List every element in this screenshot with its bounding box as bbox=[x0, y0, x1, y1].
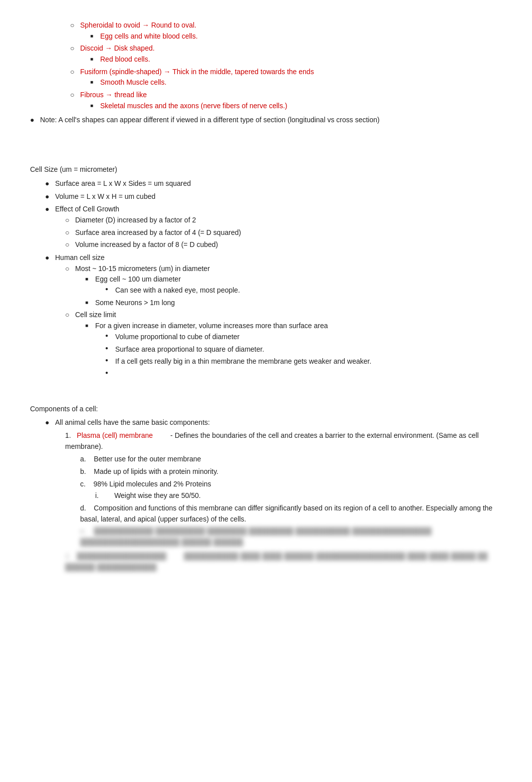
cell-size-surface-area: Surface area = L x W x Sides = um square… bbox=[45, 178, 502, 189]
alpha-e-text: ████████████ ██████████ ████████ ███████… bbox=[80, 527, 431, 546]
cell-size-neurons: Some Neurons > 1m long bbox=[85, 298, 502, 309]
components-all-animal: All animal cells have the same basic com… bbox=[45, 417, 502, 573]
shape-discoid-child-text: Red blood cells. bbox=[100, 55, 150, 63]
alpha-a-text: Better use for the outer membrane bbox=[94, 455, 201, 463]
spacer-1 bbox=[30, 134, 502, 149]
cell-size-egg: Egg cell ~ 100 um diameter Can see with … bbox=[85, 274, 502, 296]
cell-size-volume-factor: Volume increased by a factor of 8 (= D c… bbox=[65, 239, 502, 250]
numbered-num-1: 1. bbox=[65, 431, 75, 439]
shape-item-spheroidal: Spheroidal to ovoid → Round to oval. Egg… bbox=[70, 20, 502, 42]
cell-size-surface-square: Surface area proportional to square of d… bbox=[105, 344, 502, 355]
cell-size-title: Cell Size (um = micrometer) bbox=[30, 164, 502, 175]
plasma-membrane-label: Plasma (cell) membrane bbox=[77, 431, 153, 439]
cell-size-limit-diameter: For a given increase in diameter, volume… bbox=[85, 321, 502, 379]
cell-size-empty-bullet bbox=[105, 369, 502, 380]
cell-size-effect: Effect of Cell Growth Diameter (D) incre… bbox=[45, 204, 502, 250]
shape-fibrous-text: Fibrous → thread like bbox=[80, 91, 147, 99]
shape-discoid-text: Discoid → Disk shaped. bbox=[80, 44, 155, 52]
numbered-item-plasma: 1. Plasma (cell) membrane - Defines the … bbox=[65, 430, 502, 548]
section-cell-size: Cell Size (um = micrometer) Surface area… bbox=[30, 164, 502, 379]
alpha-d-text: Composition and functions of this membra… bbox=[80, 504, 492, 523]
cell-size-volume-cube: Volume proportional to cube of diameter bbox=[105, 332, 502, 343]
alpha-c: c. 98% Lipid molecules and 2% Proteins i… bbox=[80, 479, 502, 501]
shape-fusiform-text: Fusiform (spindle-shaped) → Thick in the… bbox=[80, 68, 314, 76]
alpha-a-letter: a. bbox=[80, 455, 92, 463]
shape-spheroidal-text: Spheroidal to ovoid → Round to oval. bbox=[80, 21, 196, 29]
shape-discoid-child: Red blood cells. bbox=[90, 54, 502, 65]
alpha-c-text: 98% Lipid molecules and 2% Proteins bbox=[93, 480, 211, 488]
shapes-note-item: Note: A cell's shapes can appear differe… bbox=[30, 115, 502, 126]
section-components: Components of a cell: All animal cells h… bbox=[30, 404, 502, 573]
shape-fusiform-child: Smooth Muscle cells. bbox=[90, 77, 502, 88]
roman-i-letter: i. bbox=[95, 491, 112, 499]
cell-size-limit: Cell size limit For a given increase in … bbox=[65, 310, 502, 379]
numbered-num-2: 2. bbox=[65, 552, 75, 560]
components-title: Components of a cell: bbox=[30, 404, 502, 415]
spacer-2 bbox=[30, 149, 502, 164]
alpha-b: b. Made up of lipids with a protein mino… bbox=[80, 466, 502, 477]
cell-size-volume: Volume = L x W x H = um cubed bbox=[45, 191, 502, 202]
shape-item-discoid: Discoid → Disk shaped. Red blood cells. bbox=[70, 43, 502, 65]
roman-i-text: Weight wise they are 50/50. bbox=[114, 491, 201, 499]
alpha-b-letter: b. bbox=[80, 467, 92, 475]
alpha-d: d. Composition and functions of this mem… bbox=[80, 503, 502, 525]
cell-size-surface-factor: Surface area increased by a factor of 4 … bbox=[65, 227, 502, 238]
shape-item-fibrous: Fibrous → thread like Skeletal muscles a… bbox=[70, 90, 502, 111]
alpha-c-letter: c. bbox=[80, 480, 92, 488]
alpha-b-text: Made up of lipids with a protein minorit… bbox=[94, 467, 218, 475]
cell-size-diameter: Diameter (D) increased by a factor of 2 bbox=[65, 215, 502, 226]
roman-i: i. Weight wise they are 50/50. bbox=[95, 490, 502, 501]
spacer-3 bbox=[30, 389, 502, 404]
section-shapes: Spheroidal to ovoid → Round to oval. Egg… bbox=[30, 20, 502, 125]
alpha-e: e. ████████████ ██████████ ████████ ████… bbox=[80, 526, 502, 548]
shape-spheroidal-child-text: Egg cells and white blood cells. bbox=[100, 32, 198, 40]
shapes-note-text: Note: A cell's shapes can appear differe… bbox=[40, 116, 380, 124]
alpha-a: a. Better use for the outer membrane bbox=[80, 454, 502, 465]
numbered-item-2: 2. ██████████████████ ███████████ ████ █… bbox=[65, 551, 502, 573]
cell-size-egg-naked-eye: Can see with a naked eye, most people. bbox=[105, 285, 502, 296]
shape-fibrous-child-text: Skeletal muscles and the axons (nerve fi… bbox=[100, 102, 288, 110]
shape-fusiform-child-text: Smooth Muscle cells. bbox=[100, 78, 166, 86]
shape-item-fusiform: Fusiform (spindle-shaped) → Thick in the… bbox=[70, 67, 502, 88]
cell-size-most: Most ~ 10-15 micrometers (um) in diamete… bbox=[65, 264, 502, 309]
alpha-d-letter: d. bbox=[80, 504, 92, 512]
cell-size-membrane-weak: If a cell gets really big in a thin memb… bbox=[105, 356, 502, 367]
cell-size-human: Human cell size Most ~ 10-15 micrometers… bbox=[45, 252, 502, 380]
alpha-e-letter: e. bbox=[80, 527, 92, 535]
shape-spheroidal-child: Egg cells and white blood cells. bbox=[90, 31, 502, 42]
shape-fibrous-child: Skeletal muscles and the axons (nerve fi… bbox=[90, 101, 502, 112]
item2-label: ██████████████████ bbox=[77, 552, 166, 560]
